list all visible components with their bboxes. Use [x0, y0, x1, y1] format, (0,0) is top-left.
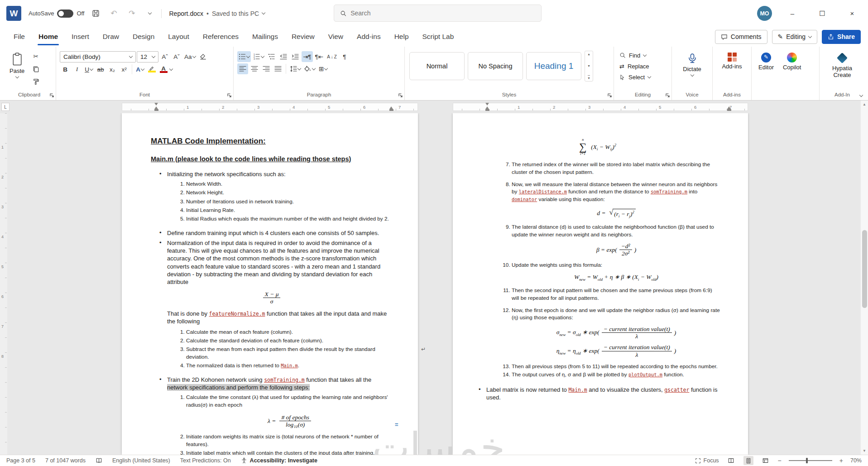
addins-button[interactable]: Add-ins: [716, 50, 748, 71]
tab-review[interactable]: Review: [285, 29, 321, 45]
tab-view[interactable]: View: [322, 29, 350, 45]
dictate-button[interactable]: Dictate: [676, 50, 709, 77]
language-indicator[interactable]: English (United States): [112, 457, 170, 464]
vertical-ruler[interactable]: 1 2 3 4 5 6 7 8: [0, 113, 7, 455]
left-indent-marker[interactable]: [485, 109, 489, 111]
redo-button[interactable]: ↷: [125, 7, 139, 20]
print-layout-button[interactable]: [743, 456, 753, 465]
right-to-left-paragraph-button[interactable]: ¶⇤: [314, 51, 325, 62]
maximize-button[interactable]: ☐: [813, 5, 832, 22]
font-dialog-launcher[interactable]: [227, 93, 232, 98]
grow-font-button[interactable]: Aˆ: [159, 52, 170, 62]
first-line-indent-marker[interactable]: [154, 103, 158, 106]
gallery-scroll-down-icon[interactable]: ▾: [588, 64, 590, 68]
proofing-status[interactable]: [96, 457, 102, 464]
left-to-right-paragraph-button[interactable]: ⇥¶: [302, 51, 313, 62]
align-right-button[interactable]: [261, 63, 272, 74]
minimize-button[interactable]: –: [783, 5, 802, 22]
gallery-more-icon[interactable]: ▾: [588, 75, 590, 80]
first-line-indent-marker[interactable]: [485, 103, 489, 106]
select-button[interactable]: Select: [618, 72, 668, 82]
editing-mode-button[interactable]: ✎ Editing: [772, 30, 818, 44]
undo-button[interactable]: ↶: [107, 7, 120, 20]
toolbar-customize-button[interactable]: [143, 7, 157, 20]
tab-script-lab[interactable]: Script Lab: [416, 29, 460, 45]
zoom-out-button[interactable]: −: [778, 457, 782, 464]
scrollbar-thumb[interactable]: [862, 230, 867, 308]
font-name-combo[interactable]: Calibri (Body): [60, 51, 136, 62]
align-left-button[interactable]: [237, 63, 248, 74]
replace-button[interactable]: ⇄ Replace: [618, 61, 668, 72]
justify-button[interactable]: [273, 63, 283, 74]
save-button[interactable]: [89, 7, 102, 20]
cut-button[interactable]: ✂: [30, 51, 41, 62]
decrease-indent-button[interactable]: [278, 51, 289, 62]
text-predictions[interactable]: Text Predictions: On: [180, 457, 231, 464]
gallery-scroll-up-icon[interactable]: ▴: [588, 52, 590, 56]
tab-help[interactable]: Help: [388, 29, 415, 45]
copy-button[interactable]: [30, 63, 41, 74]
increase-indent-button[interactable]: [290, 51, 301, 62]
comments-button[interactable]: Comments: [715, 30, 767, 44]
font-size-combo[interactable]: 12: [137, 51, 158, 62]
focus-mode-button[interactable]: Focus: [695, 457, 719, 464]
multilevel-list-button[interactable]: [266, 51, 277, 62]
accessibility-status[interactable]: Accessibility: Investigate: [241, 457, 317, 464]
tab-addins[interactable]: Add-ins: [350, 29, 387, 45]
underline-button[interactable]: U: [83, 64, 94, 75]
zoom-slider[interactable]: [789, 460, 832, 461]
tab-design[interactable]: Design: [126, 29, 161, 45]
style-heading-1[interactable]: Heading 1: [526, 52, 581, 80]
document-page-left[interactable]: MATLAB Code Implementation: Main.m (plea…: [122, 113, 418, 455]
clipboard-dialog-launcher[interactable]: [49, 93, 54, 98]
subscript-button[interactable]: x₂: [107, 64, 118, 75]
line-spacing-button[interactable]: [288, 63, 302, 74]
paste-button[interactable]: Paste: [6, 50, 28, 91]
tab-insert[interactable]: Insert: [65, 29, 96, 45]
clear-formatting-button[interactable]: [198, 52, 209, 62]
copilot-button[interactable]: Copilot: [780, 50, 804, 91]
shading-button[interactable]: [303, 63, 317, 74]
search-input[interactable]: [350, 10, 535, 17]
left-indent-marker[interactable]: [154, 109, 158, 111]
share-button[interactable]: Share: [822, 30, 861, 44]
superscript-button[interactable]: x²: [119, 64, 129, 75]
tab-references[interactable]: References: [197, 29, 245, 45]
hypatia-create-button[interactable]: Hypatia Create: [823, 50, 861, 80]
find-button[interactable]: Find: [618, 50, 668, 61]
shrink-font-button[interactable]: Aˇ: [171, 52, 182, 62]
search-box[interactable]: [334, 5, 542, 22]
bold-button[interactable]: B: [60, 64, 71, 75]
word-count[interactable]: 7 of 1047 words: [45, 457, 86, 464]
zoom-slider-thumb[interactable]: [806, 458, 808, 463]
vertical-scrollbar[interactable]: ▲ ▼: [860, 101, 868, 455]
style-no-spacing[interactable]: No Spacing: [468, 52, 523, 80]
page-indicator[interactable]: Page 3 of 5: [6, 457, 35, 464]
zoom-level[interactable]: 70%: [850, 457, 862, 464]
tab-draw[interactable]: Draw: [96, 29, 125, 45]
document-title-chip[interactable]: Report.docx • Saved to this PC: [169, 10, 265, 17]
show-formatting-marks-button[interactable]: ¶: [339, 51, 350, 62]
tab-home[interactable]: Home: [32, 29, 64, 45]
italic-button[interactable]: I: [72, 64, 82, 75]
editor-button[interactable]: ✎ Editor: [755, 50, 777, 91]
paragraph-dialog-launcher[interactable]: [398, 93, 403, 98]
tab-mailings[interactable]: Mailings: [246, 29, 284, 45]
tab-file[interactable]: File: [7, 29, 31, 45]
editing-dialog-launcher[interactable]: [665, 93, 670, 98]
horizontal-ruler[interactable]: L 1 2 3 4 5 6 7 1 2 3 4 5 6 7: [0, 101, 860, 113]
strikethrough-button[interactable]: ab: [95, 64, 106, 75]
text-effects-button[interactable]: A: [134, 64, 145, 75]
style-normal[interactable]: Normal: [409, 52, 465, 80]
word-logo-icon[interactable]: W: [6, 6, 21, 21]
sort-button[interactable]: A↓Z: [326, 51, 338, 62]
borders-button[interactable]: ⊞: [317, 63, 329, 74]
styles-dialog-launcher[interactable]: [607, 93, 612, 98]
change-case-button[interactable]: Aa: [183, 52, 197, 62]
read-mode-button[interactable]: [726, 456, 736, 465]
web-layout-button[interactable]: [761, 456, 771, 465]
autosave-toggle[interactable]: [57, 10, 73, 18]
scroll-up-arrow[interactable]: ▲: [861, 101, 868, 108]
highlight-color-button[interactable]: [146, 64, 157, 75]
numbered-list-button[interactable]: 123: [252, 51, 265, 62]
